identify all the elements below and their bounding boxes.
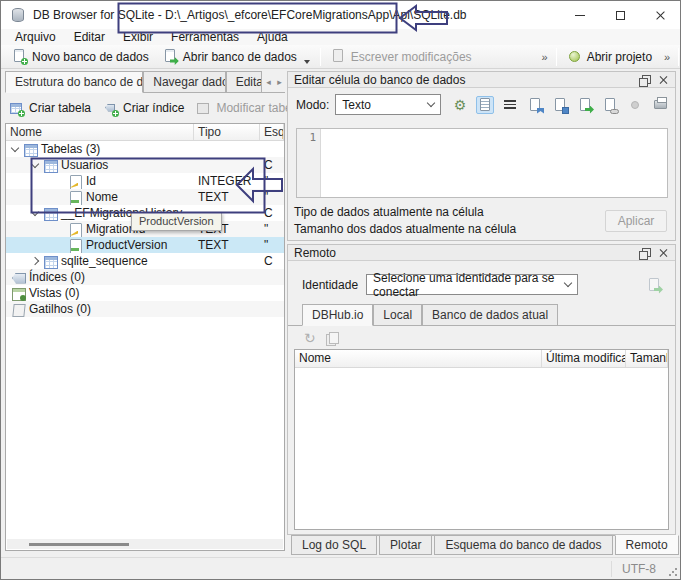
right-panel: Editar célula do banco de dados Modo: Te… xyxy=(287,69,676,557)
apply-data-icon[interactable] xyxy=(576,96,594,114)
horizontal-scrollbar[interactable] xyxy=(7,539,283,549)
new-database-button[interactable]: Novo banco de dados xyxy=(5,46,156,68)
tab-plotar[interactable]: Plotar xyxy=(379,536,432,555)
tab-scroll-right-icon[interactable]: ▸ xyxy=(274,72,285,92)
window-title: DB Browser for SQLite - D:\_Artigos\_efc… xyxy=(33,8,560,22)
remote-dock-header: Remoto xyxy=(288,245,675,261)
chevron-down-icon[interactable] xyxy=(31,160,39,168)
clone-database-icon[interactable] xyxy=(645,276,663,294)
tree-column-tipo[interactable]: Tipo xyxy=(194,124,260,140)
new-database-icon xyxy=(12,49,27,64)
tree-row-productversion[interactable]: ProductVersion TEXT" xyxy=(6,237,284,253)
create-index-button[interactable]: Criar índice xyxy=(99,97,188,119)
tree-column-esquema[interactable]: Esquema xyxy=(260,124,284,140)
chevron-down-icon xyxy=(427,99,435,107)
minimize-button[interactable] xyxy=(560,1,600,29)
scrollbar-thumb[interactable] xyxy=(29,543,129,546)
mode-label: Modo: xyxy=(296,98,329,112)
open-database-button[interactable]: Abrir banco de dados xyxy=(156,46,317,68)
left-tab-bar: Estrutura do banco de dados Navegar dado… xyxy=(5,71,285,93)
tab-scroll-buttons: ◂ ▸ xyxy=(263,72,285,92)
import-data-icon[interactable] xyxy=(526,96,544,114)
remote-column-modificacao[interactable]: Última modificação xyxy=(542,350,626,367)
main-toolbar: Novo banco de dados Abrir banco de dados… xyxy=(1,45,680,69)
field-key-icon xyxy=(69,175,82,188)
remote-file-table: Nome Última modificação Tamanho xyxy=(294,349,669,530)
tree-row-nome[interactable]: Nome TEXT" xyxy=(6,189,284,205)
tree-row-indices[interactable]: Índices (0) xyxy=(6,269,284,285)
menu-ajuda[interactable]: Ajuda xyxy=(249,29,296,45)
chevron-down-icon xyxy=(564,279,572,287)
cell-text-area[interactable] xyxy=(321,129,667,197)
close-dock-icon[interactable] xyxy=(657,74,671,86)
tree-row-usuarios[interactable]: Usuarios C xyxy=(6,157,284,173)
structure-toolbar: Criar tabela Criar índice Modificar tabe… xyxy=(5,95,285,121)
menu-arquivo[interactable]: Arquivo xyxy=(7,29,64,45)
remote-dock: Remoto Identidade Selecione uma identida… xyxy=(287,244,676,535)
open-in-app-icon[interactable] xyxy=(601,96,619,114)
toolbar-overflow-icon[interactable]: » xyxy=(537,51,553,63)
maximize-button[interactable] xyxy=(600,1,640,29)
refresh-icon[interactable]: ↻ xyxy=(304,331,316,345)
word-wrap-icon[interactable] xyxy=(501,96,519,114)
toolbar-separator xyxy=(678,48,679,66)
app-database-icon xyxy=(11,8,25,22)
set-null-icon[interactable] xyxy=(626,96,644,114)
trigger-icon xyxy=(12,303,25,316)
tab-local[interactable]: Local xyxy=(373,304,422,325)
cell-mode-row: Modo: Texto ⚙ xyxy=(288,88,675,119)
apply-button[interactable]: Aplicar xyxy=(605,210,667,232)
toolbar-overflow-icon[interactable]: » xyxy=(659,51,675,63)
tree-row-id[interactable]: Id INTEGER" xyxy=(6,173,284,189)
tree-row-sqlite-sequence[interactable]: sqlite_sequence C xyxy=(6,253,284,269)
tab-editar-pragmas[interactable]: Editar pragmas xyxy=(226,71,262,92)
edit-cell-dock-header: Editar célula do banco de dados xyxy=(288,72,675,88)
mode-select[interactable]: Texto xyxy=(335,94,441,115)
remote-column-nome[interactable]: Nome xyxy=(295,350,542,367)
database-structure-panel: Estrutura do banco de dados Navegar dado… xyxy=(5,71,285,551)
menu-exibir[interactable]: Exibir xyxy=(115,29,161,45)
create-table-button[interactable]: Criar tabela xyxy=(5,97,95,119)
menu-editar[interactable]: Editar xyxy=(66,29,113,45)
tree-row-tabelas[interactable]: Tabelas (3) xyxy=(6,141,284,157)
remote-toolbar: ↻ xyxy=(288,326,675,348)
tab-scroll-left-icon[interactable]: ◂ xyxy=(263,72,274,92)
identity-select[interactable]: Selecione uma identidade para se conecta… xyxy=(366,274,578,295)
tab-estrutura[interactable]: Estrutura do banco de dados xyxy=(5,71,143,93)
remote-tab-bar: DBHub.io Local Banco de dados atual xyxy=(288,295,675,326)
chevron-down-icon[interactable] xyxy=(31,208,39,216)
print-icon[interactable] xyxy=(651,96,669,114)
tree-row-vistas[interactable]: Vistas (0) xyxy=(6,285,284,301)
chevron-right-icon[interactable] xyxy=(31,257,39,265)
tab-log-sql[interactable]: Log do SQL xyxy=(291,536,377,555)
auto-switch-mode-icon[interactable]: ⚙ xyxy=(451,96,469,114)
close-dock-icon[interactable] xyxy=(657,247,671,259)
menu-bar: Arquivo Editar Exibir Ferramentas Ajuda xyxy=(1,29,680,45)
clone-icon[interactable] xyxy=(326,332,338,345)
close-button[interactable] xyxy=(640,1,680,29)
tab-esquema[interactable]: Esquema do banco de dados xyxy=(434,536,612,555)
cell-editor[interactable]: 1 xyxy=(296,128,668,198)
resize-grip-icon[interactable] xyxy=(668,567,678,577)
float-dock-icon[interactable] xyxy=(639,247,653,259)
encoding-indicator[interactable]: UTF-8 xyxy=(611,561,666,577)
tree-row-gatilhos[interactable]: Gatilhos (0) xyxy=(6,301,284,317)
tree-column-nome[interactable]: Nome xyxy=(6,124,194,140)
text-mode-icon[interactable] xyxy=(476,96,494,114)
app-window: DB Browser for SQLite - D:\_Artigos\_efc… xyxy=(0,0,681,580)
write-changes-button[interactable]: Escrever modificações xyxy=(324,46,479,68)
chevron-down-icon[interactable] xyxy=(11,144,19,152)
open-project-button[interactable]: Abrir projeto xyxy=(560,46,659,68)
index-icon xyxy=(12,271,25,284)
line-number-gutter: 1 xyxy=(297,129,321,197)
tab-navegar-dados[interactable]: Navegar dados xyxy=(143,71,225,92)
cell-info: Tipo de dados atualmente na célula Taman… xyxy=(294,204,595,238)
tab-remoto[interactable]: Remoto xyxy=(615,535,679,555)
tab-dbhub[interactable]: DBHub.io xyxy=(302,304,373,326)
float-dock-icon[interactable] xyxy=(639,74,653,86)
menu-ferramentas[interactable]: Ferramentas xyxy=(163,29,247,45)
export-data-icon[interactable] xyxy=(551,96,569,114)
tab-banco-atual[interactable]: Banco de dados atual xyxy=(422,304,558,325)
open-database-dropdown-icon[interactable] xyxy=(304,60,310,64)
remote-column-tamanho[interactable]: Tamanho xyxy=(626,350,668,367)
